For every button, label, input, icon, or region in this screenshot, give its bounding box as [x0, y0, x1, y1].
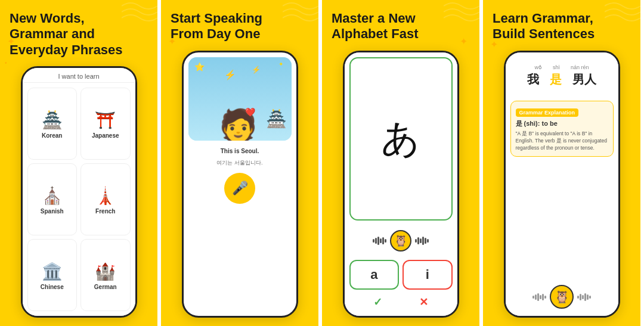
lang-french[interactable]: 🗼 French — [80, 163, 131, 235]
panel-grammar: ✦ Learn Grammar, Build Sentences wǒ shì … — [483, 0, 644, 326]
lang-chinese[interactable]: 🏛️ Chinese — [27, 239, 78, 311]
mic-button[interactable]: 🎤 — [224, 173, 255, 204]
lang-german[interactable]: 🏰 German — [80, 239, 131, 311]
grbar4 — [584, 293, 586, 301]
deco-waves-2 — [283, 0, 318, 24]
panel4-phone: wǒ shì nán rén 我 是 男人 Grammar Explanatio… — [504, 51, 620, 318]
bolt2: ⚡ — [252, 66, 261, 74]
scene-star2: ✦ — [278, 61, 283, 67]
bar6 — [385, 239, 386, 243]
japanese-icon: ⛩️ — [95, 110, 116, 130]
hiragana-char: あ — [381, 113, 420, 164]
deco-star-1: ✦ — [7, 36, 15, 47]
panel3-content: あ 🦉 — [345, 52, 457, 316]
grammar-box: Grammar Explanation 是 (shì): to be "A 是 … — [510, 101, 614, 157]
owl-mascot: 🦉 — [390, 230, 411, 252]
gbar3 — [537, 293, 539, 301]
answer-i-text: i — [426, 267, 429, 282]
grammar-left-wave — [532, 291, 546, 303]
deco-waves-4 — [605, 0, 640, 24]
pinyin-wo: wǒ — [534, 64, 542, 70]
panel-words: ✦ • New Words, Grammar and Everyday Phra… — [0, 0, 161, 326]
panel3-phone: あ 🦉 — [343, 51, 459, 318]
pinyin-row: wǒ shì nán rén — [516, 64, 608, 70]
chinese-label: Chinese — [41, 284, 64, 290]
grbar2 — [580, 294, 581, 300]
grbar6 — [589, 296, 591, 299]
gbar6 — [544, 296, 546, 299]
mic-icon: 🎤 — [232, 181, 248, 196]
korean-icon: 🏯 — [42, 110, 63, 130]
heart-icon: ❤️ — [245, 107, 255, 117]
grammar-desc: "A 是 B" is equivalent to "A is B" in Eng… — [516, 131, 608, 152]
check-mark: ✓ — [373, 296, 382, 309]
sound-wave-row: 🦉 — [349, 230, 453, 252]
grammar-owl: 🦉 — [550, 285, 574, 309]
gbar2 — [535, 294, 537, 300]
lang-korean[interactable]: 🏯 Korean — [27, 88, 78, 160]
chinese-icon: 🏛️ — [42, 262, 63, 281]
grammar-title: Grammar Explanation — [516, 108, 579, 117]
french-icon: 🗼 — [95, 186, 116, 206]
lang-select-header: I want to learn — [23, 68, 135, 83]
hanzi-row: 我 是 男人 — [516, 72, 608, 88]
speaking-scene: ⭐ ✦ 🏯 🧑 ⚡ ⚡ ❤️ — [188, 57, 292, 141]
panel2-content: ⭐ ✦ 🏯 🧑 ⚡ ⚡ ❤️ This is Seoul. 여기는 서울입니다.… — [184, 52, 296, 316]
chinese-sentence: wǒ shì nán rén 我 是 男人 — [510, 58, 614, 94]
bar5 — [382, 237, 384, 244]
lang-japanese[interactable]: ⛩️ Japanese — [80, 88, 131, 160]
pinyin-nanren: nán rén — [571, 64, 589, 70]
scene-bg: ⭐ ✦ 🏯 🧑 ⚡ ⚡ ❤️ — [188, 57, 292, 141]
hiragana-card: あ — [349, 57, 453, 221]
language-grid: 🏯 Korean ⛩️ Japanese ⛪ Spanish 🗼 French … — [23, 83, 135, 316]
cross-mark: ✕ — [419, 296, 428, 309]
bar1 — [373, 239, 374, 243]
hanzi-wo: 我 — [527, 72, 539, 88]
panel-speaking: ✦ Start Speaking From Day One ⭐ ✦ 🏯 🧑 ⚡ … — [161, 0, 322, 326]
grbar5 — [587, 294, 589, 300]
grbar1 — [577, 296, 579, 299]
right-wave — [415, 234, 429, 247]
rbar6 — [427, 239, 429, 243]
japanese-label: Japanese — [92, 132, 119, 139]
bolt1: ⚡ — [224, 69, 236, 80]
bar4 — [380, 238, 382, 243]
rbar2 — [417, 237, 419, 244]
owl-emoji: 🦉 — [394, 234, 407, 247]
grbar3 — [582, 295, 584, 299]
bar3 — [377, 237, 379, 245]
spanish-icon: ⛪ — [42, 186, 63, 206]
french-label: French — [95, 208, 115, 215]
gbar1 — [532, 296, 534, 299]
left-wave — [373, 234, 386, 247]
grammar-main: 是 (shì): to be — [516, 119, 608, 128]
speaking-caption: This is Seoul. — [193, 144, 287, 158]
deco-waves-3 — [444, 0, 479, 24]
rbar5 — [425, 238, 426, 244]
grammar-right-wave — [577, 291, 591, 303]
rbar3 — [420, 238, 422, 243]
german-label: German — [94, 284, 117, 290]
panel2-phone: ⭐ ✦ 🏯 🧑 ⚡ ⚡ ❤️ This is Seoul. 여기는 서울입니다.… — [182, 51, 298, 318]
korean-label: Korean — [42, 132, 62, 139]
gbar5 — [542, 294, 544, 300]
speaking-subcaption: 여기는 서울입니다. — [188, 159, 292, 167]
answer-i[interactable]: i — [402, 260, 453, 290]
result-row: ✓ ✕ — [349, 293, 453, 311]
lang-spanish[interactable]: ⛪ Spanish — [27, 163, 78, 235]
rbar4 — [422, 237, 424, 245]
deco-star-4: ✦ — [490, 39, 498, 50]
panel1-phone: I want to learn 🏯 Korean ⛩️ Japanese ⛪ S… — [21, 66, 137, 318]
german-icon: 🏰 — [95, 262, 116, 281]
answer-a-text: a — [370, 267, 377, 282]
panel-alphabet: ✦ Master a New Alphabet Fast あ — [322, 0, 483, 326]
deco-star-3: ✦ — [460, 36, 467, 47]
scene-landmark: 🏯 — [266, 109, 287, 129]
bar2 — [375, 238, 377, 244]
deco-dot-1: • — [5, 60, 7, 66]
gbar4 — [540, 295, 541, 299]
scene-star1: ⭐ — [194, 62, 205, 72]
answer-a[interactable]: a — [349, 260, 400, 290]
hanzi-shi: 是 — [550, 72, 562, 88]
grammar-owl-emoji: 🦉 — [555, 290, 569, 304]
